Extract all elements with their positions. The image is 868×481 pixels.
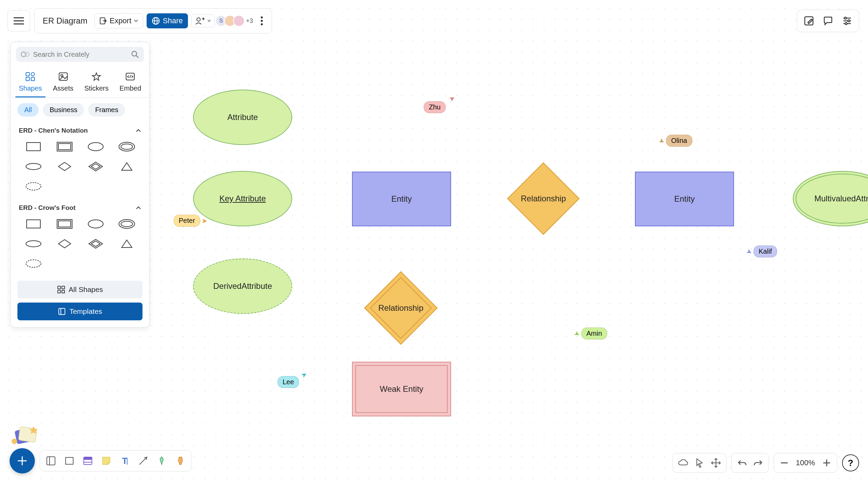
shape-rectangle[interactable]	[20, 217, 46, 231]
connector-tool[interactable]	[135, 453, 151, 469]
shape-double-rectangle[interactable]	[51, 217, 78, 231]
shape-rectangle[interactable]	[20, 140, 46, 153]
pen-icon	[157, 456, 167, 466]
shape-double-diamond[interactable]	[82, 160, 109, 173]
plus-icon	[823, 459, 830, 467]
redo-button[interactable]	[751, 455, 766, 470]
edit-button[interactable]	[801, 13, 817, 29]
svg-point-46	[26, 183, 41, 190]
shape-dashed-ellipse[interactable]	[20, 179, 46, 193]
menu-button[interactable]	[8, 10, 30, 31]
rectangle-tool[interactable]	[61, 453, 78, 469]
more-count[interactable]: +3	[246, 17, 253, 25]
tab-label: Stickers	[84, 84, 109, 92]
export-button[interactable]: Export	[94, 13, 144, 28]
bottom-tools: T	[40, 450, 191, 471]
settings-button[interactable]	[839, 13, 855, 29]
shape-flat-ellipse[interactable]	[20, 237, 46, 251]
templates-button[interactable]: Templates	[17, 303, 143, 320]
zoom-out-button[interactable]	[777, 455, 792, 470]
svg-point-54	[26, 260, 41, 267]
share-button[interactable]: Share	[147, 13, 188, 28]
search-box[interactable]	[16, 47, 144, 62]
shape-relationship-2[interactable]: Relationship	[365, 286, 437, 330]
pointer-button[interactable]	[692, 455, 707, 470]
svg-rect-32	[26, 72, 29, 76]
tab-embed[interactable]: Embed	[116, 69, 145, 97]
undo-button[interactable]	[734, 455, 749, 470]
shapes-icon	[25, 72, 36, 81]
shape-double-diamond[interactable]	[82, 237, 109, 251]
cursor-label: Peter	[174, 215, 200, 227]
sticky-tool[interactable]	[98, 453, 114, 469]
globe-icon	[152, 17, 160, 25]
shape-ellipse[interactable]	[82, 140, 109, 153]
search-icon	[131, 50, 139, 58]
filter-business[interactable]: Business	[43, 103, 84, 117]
tab-stickers[interactable]: Stickers	[81, 69, 112, 97]
shape-label: Attribute	[227, 112, 258, 122]
shape-triangle[interactable]	[113, 160, 140, 173]
zoom-in-button[interactable]	[819, 455, 834, 470]
shape-diamond[interactable]	[51, 160, 78, 173]
minus-icon	[781, 462, 788, 464]
shape-double-ellipse[interactable]	[113, 217, 140, 231]
shape-double-ellipse[interactable]	[113, 140, 140, 153]
tab-shapes[interactable]: Shapes	[15, 69, 45, 97]
comments-button[interactable]	[820, 13, 836, 29]
shape-relationship-1[interactable]: Relationship	[507, 178, 579, 219]
left-panel: Shapes Assets Stickers Embed All Busines…	[10, 42, 150, 328]
cursor-amin: ➤ Amin	[574, 328, 607, 339]
svg-rect-39	[27, 143, 40, 151]
zoom-level[interactable]: 100%	[793, 458, 818, 467]
shape-double-rectangle[interactable]	[51, 140, 78, 153]
doc-title[interactable]: ER Diagram	[39, 16, 91, 26]
shape-attribute[interactable]: Attribute	[193, 90, 292, 145]
svg-rect-57	[58, 290, 60, 293]
shape-flat-ellipse[interactable]	[20, 160, 46, 173]
pen-tool[interactable]	[153, 453, 170, 469]
template-icon	[58, 307, 66, 316]
collaborator-avatars[interactable]: S +3	[218, 15, 253, 27]
tab-label: Assets	[53, 84, 73, 92]
section-chen[interactable]: ERD - Chen's Notation	[11, 122, 149, 136]
svg-rect-56	[62, 286, 65, 289]
frame-tool[interactable]	[43, 453, 59, 469]
text-tool[interactable]: T	[117, 453, 133, 469]
filter-frames[interactable]: Frames	[88, 103, 125, 117]
svg-rect-34	[26, 77, 29, 81]
help-button[interactable]: ?	[842, 454, 859, 471]
avatar[interactable]	[233, 15, 245, 27]
filter-all[interactable]: All	[17, 103, 39, 117]
svg-point-30	[132, 51, 137, 56]
cursor-olina: ➤ Olina	[659, 135, 692, 147]
shape-key-attribute[interactable]: Key Attribute	[193, 171, 292, 226]
section-crow[interactable]: ERD - Crow's Foot	[11, 199, 149, 214]
sticky-icon	[101, 456, 111, 466]
pan-button[interactable]	[708, 455, 723, 470]
svg-point-27	[845, 23, 847, 25]
sync-button[interactable]	[676, 455, 691, 470]
table-tool[interactable]	[80, 453, 96, 469]
shape-entity-2[interactable]: Entity	[635, 172, 734, 226]
tab-assets[interactable]: Assets	[50, 69, 77, 97]
all-shapes-button[interactable]: All Shapes	[17, 281, 143, 298]
shape-derived-attribute[interactable]: DerivedAttribute	[193, 258, 292, 314]
highlighter-tool[interactable]	[172, 453, 188, 469]
shape-diamond[interactable]	[51, 237, 78, 251]
comment-icon	[823, 16, 833, 26]
svg-point-53	[26, 241, 41, 247]
svg-text:T: T	[122, 456, 127, 466]
shape-entity-1[interactable]: Entity	[352, 172, 451, 226]
more-menu-button[interactable]	[257, 16, 267, 25]
shape-dashed-ellipse[interactable]	[20, 257, 46, 270]
cursor-label: Kalif	[754, 245, 777, 257]
shape-triangle[interactable]	[113, 237, 140, 251]
add-fab[interactable]	[10, 448, 35, 473]
search-input[interactable]	[33, 51, 127, 58]
bottom-left-toolbar: T	[10, 448, 191, 473]
invite-button[interactable]	[191, 14, 215, 27]
shape-ellipse[interactable]	[82, 217, 109, 231]
grid-icon	[57, 285, 65, 294]
shape-weak-entity[interactable]: Weak Entity	[352, 362, 451, 416]
